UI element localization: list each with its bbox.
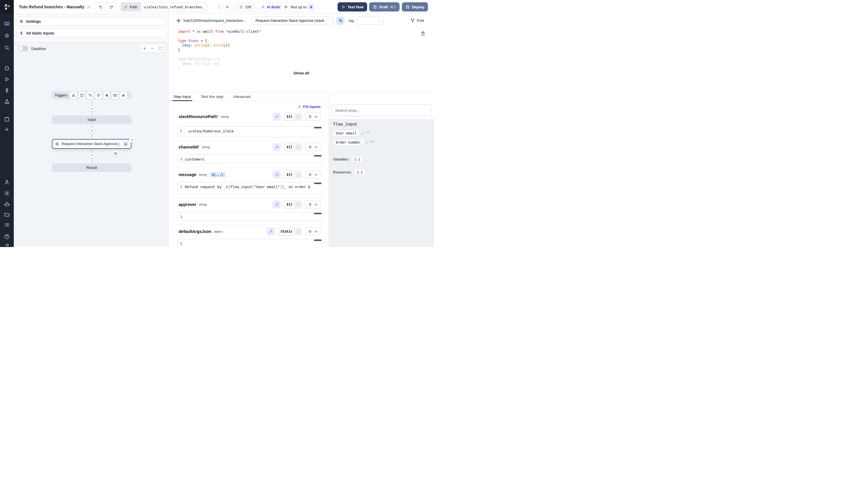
- tab-test-this-step[interactable]: Test this step: [201, 93, 223, 101]
- zoom-out-icon[interactable]: [151, 46, 154, 50]
- flow-settings-button[interactable]: Settings: [16, 17, 166, 25]
- mode-function-button[interactable]: ƒ: [295, 115, 302, 119]
- editor-value[interactable]: customers: [185, 155, 322, 163]
- windmill-logo[interactable]: [0, 0, 14, 14]
- mode-template-button[interactable]: ${}: [284, 171, 295, 178]
- path-value-input[interactable]: u/alex/tuto_refund_branches_: [141, 2, 208, 12]
- expand-arrow-icon[interactable]: [4, 242, 10, 247]
- add-step-button-2[interactable]: [89, 128, 95, 134]
- route-trigger-icon[interactable]: [87, 92, 94, 99]
- email-trigger-icon[interactable]: [112, 92, 119, 99]
- search-icon[interactable]: [4, 45, 10, 51]
- show-all-button[interactable]: Show all: [169, 71, 434, 75]
- plus-icon[interactable]: [4, 127, 10, 132]
- path-edit-button[interactable]: Path: [121, 2, 141, 12]
- schedules-calendar-icon[interactable]: [4, 116, 10, 122]
- editor-approver[interactable]: 1: [177, 212, 322, 221]
- diff-button[interactable]: Diff: [235, 2, 255, 12]
- search-prop-input[interactable]: [331, 104, 431, 116]
- connect-input-button[interactable]: [305, 201, 321, 209]
- mode-template-button[interactable]: ${}: [284, 143, 295, 151]
- webhook-trigger-icon[interactable]: [70, 92, 77, 99]
- ai-fill-button[interactable]: [273, 171, 281, 179]
- variables-dollar-icon[interactable]: [4, 88, 10, 93]
- ai-fill-button[interactable]: [273, 113, 281, 121]
- folder-icon[interactable]: [4, 212, 10, 217]
- editor-value[interactable]: u/alex/humorous_slack: [185, 127, 322, 137]
- tab-step-input[interactable]: Step Input: [173, 93, 191, 101]
- mode-static-button[interactable]: Static: [278, 228, 295, 235]
- editor-channelId[interactable]: 1 customers: [177, 154, 322, 163]
- keyboard-icon[interactable]: [4, 21, 10, 26]
- slack-approval-step-node[interactable]: Request Interactive Slack Approval (... …: [52, 139, 132, 149]
- remove-step-button[interactable]: [129, 137, 135, 143]
- variables-expand-pill[interactable]: {...}: [352, 156, 363, 162]
- connect-input-button[interactable]: [305, 143, 321, 151]
- runs-play-icon[interactable]: [4, 76, 10, 82]
- triggers-node[interactable]: Triggers: [52, 91, 132, 99]
- user-icon[interactable]: [4, 179, 10, 185]
- schedule-trigger-icon[interactable]: [78, 92, 85, 99]
- mode-function-button[interactable]: ƒ: [295, 145, 302, 149]
- resources-boxes-icon[interactable]: [4, 99, 10, 104]
- editor-value[interactable]: Refund request by _${flow_input["User em…: [185, 183, 322, 194]
- docs-button[interactable]: [222, 2, 233, 12]
- resources-expand-pill[interactable]: {...}: [355, 169, 366, 175]
- watch-trigger-icon[interactable]: [120, 92, 127, 99]
- code-preview[interactable]: import * as wmill from "windmill-client"…: [169, 27, 434, 93]
- connect-input-button[interactable]: [305, 113, 321, 121]
- editor-value[interactable]: [185, 212, 322, 221]
- scrollbar-thumb[interactable]: [314, 127, 321, 128]
- suspend-approval-badge[interactable]: [112, 151, 119, 157]
- add-step-button-1[interactable]: [89, 106, 95, 111]
- editor-slackResourcePath[interactable]: 1 u/alex/humorous_slack: [177, 126, 322, 137]
- scrollbar-thumb[interactable]: [314, 240, 321, 241]
- add-step-button-3[interactable]: [89, 152, 95, 158]
- zoom-in-icon[interactable]: [143, 46, 146, 50]
- mode-function-button[interactable]: ƒ: [295, 173, 302, 177]
- scrollbar-thumb[interactable]: [314, 155, 321, 156]
- scrollbar-thumb[interactable]: [314, 183, 321, 184]
- fork-button[interactable]: Fork: [411, 18, 424, 23]
- ai-fill-button[interactable]: [273, 143, 281, 151]
- fit-view-icon[interactable]: [158, 46, 162, 50]
- gear-icon[interactable]: [4, 190, 10, 196]
- ai-fill-button[interactable]: [273, 201, 281, 209]
- editor-message[interactable]: 1 Refund request by _${flow_input["User …: [177, 182, 322, 194]
- star-icon[interactable]: [4, 33, 10, 38]
- prop-key-pill[interactable]: User email: [333, 130, 359, 136]
- step-title-input[interactable]: [252, 16, 333, 25]
- suspend-approval-toggle-button[interactable]: [337, 17, 344, 24]
- redo-button[interactable]: [106, 3, 117, 11]
- mode-template-button[interactable]: ${}: [284, 113, 295, 120]
- ai-fill-button[interactable]: [267, 227, 275, 235]
- tab-advanced[interactable]: Advanced: [233, 93, 250, 101]
- list-icon[interactable]: [4, 222, 10, 228]
- tag-select[interactable]: [356, 17, 383, 25]
- connect-input-button[interactable]: [305, 171, 321, 179]
- prop-key-pill[interactable]: Order number: [333, 139, 364, 146]
- test-up-to-button[interactable]: Test up to a: [280, 2, 317, 12]
- robot-icon[interactable]: [4, 201, 10, 207]
- editor-defaultArgsJson[interactable]: 1: [177, 239, 322, 247]
- editor-value[interactable]: [185, 239, 322, 247]
- hub-script-path[interactable]: hub/11500/slack/request_interactive...: [183, 18, 246, 23]
- input-node[interactable]: Input: [52, 115, 132, 124]
- home-icon[interactable]: [4, 65, 10, 71]
- result-node[interactable]: Result: [52, 164, 132, 172]
- test-flow-button[interactable]: Test flow: [338, 2, 367, 12]
- mode-template-button[interactable]: ${}: [284, 201, 295, 208]
- fill-inputs-button[interactable]: Fill inputs: [297, 104, 321, 109]
- websocket-trigger-icon[interactable]: [95, 92, 102, 99]
- mode-function-button[interactable]: ƒ: [295, 229, 302, 234]
- help-icon[interactable]: [4, 234, 10, 240]
- mode-function-button[interactable]: ƒ: [295, 203, 302, 207]
- scrollbar-thumb[interactable]: [314, 213, 321, 214]
- connect-input-button[interactable]: [305, 227, 321, 235]
- edit-title-pencil-icon[interactable]: [87, 5, 91, 9]
- copy-code-icon[interactable]: [420, 31, 426, 36]
- all-static-inputs-button[interactable]: All Static Inputs: [16, 29, 166, 37]
- dataflow-toggle[interactable]: [18, 46, 28, 51]
- undo-button[interactable]: [95, 3, 106, 11]
- flow-graph-canvas[interactable]: Dataflow Triggers Input: [14, 42, 169, 247]
